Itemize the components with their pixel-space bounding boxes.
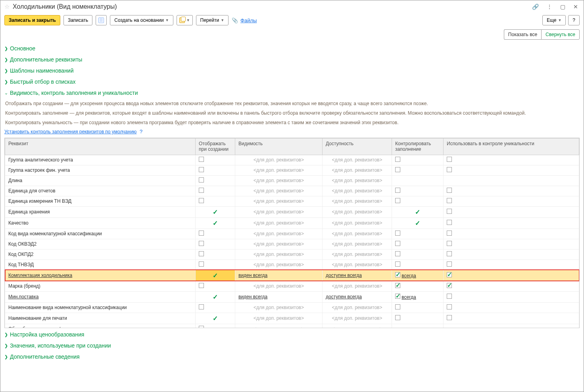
cell-uniqueness[interactable]	[444, 313, 579, 324]
cell-uniqueness[interactable]	[444, 165, 579, 175]
checkbox[interactable]	[447, 283, 452, 288]
section-creation-values[interactable]: ❯Значения, используемые при создании	[4, 341, 580, 350]
cell-visibility[interactable]: <для доп. реквизитов>	[235, 324, 323, 328]
cell-availability[interactable]: <для доп. реквизитов>	[323, 239, 392, 249]
cell-uniqueness[interactable]	[444, 217, 579, 229]
cell-availability[interactable]: доступен всегда	[323, 291, 392, 302]
cell-uniqueness[interactable]	[444, 196, 579, 206]
menu-icon[interactable]: ⋮	[545, 3, 554, 11]
checkbox[interactable]	[395, 283, 400, 288]
cell-visibility[interactable]: виден всегда	[235, 291, 323, 302]
cell-visibility[interactable]: <для доп. реквизитов>	[235, 281, 323, 291]
checkbox[interactable]	[447, 315, 452, 320]
cell-uniqueness[interactable]	[444, 155, 579, 165]
col-uniqueness[interactable]: Использовать в контроле уникальности	[444, 138, 579, 155]
cell-control[interactable]	[392, 155, 444, 165]
checkbox[interactable]	[395, 167, 400, 172]
cell-uniqueness[interactable]	[444, 281, 579, 291]
cell-control[interactable]	[392, 239, 444, 249]
table-row[interactable]: Код ОКПД2<для доп. реквизитов><для доп. …	[5, 249, 579, 259]
cell-control[interactable]	[392, 196, 444, 206]
control-text-link[interactable]: всегда	[402, 294, 416, 300]
cell-availability[interactable]: доступен всегда	[323, 270, 392, 281]
section-pricing[interactable]: ❯Настройка ценообразования	[4, 330, 580, 339]
checkbox[interactable]	[447, 167, 452, 172]
cell-show[interactable]	[196, 259, 235, 270]
section-main[interactable]: ❯Основное	[4, 44, 580, 53]
checkbox[interactable]	[199, 326, 204, 328]
cell-availability[interactable]: <для доп. реквизитов>	[323, 165, 392, 175]
cell-show[interactable]: ✓	[196, 270, 235, 281]
cell-visibility[interactable]: <для доп. реквизитов>	[235, 196, 323, 206]
cell-requisite[interactable]: Наименование вида номенклатурной классиф…	[5, 302, 196, 313]
checkbox[interactable]	[395, 261, 400, 267]
section-additional-info[interactable]: ❯Дополнительные сведения	[4, 352, 580, 361]
save-close-button[interactable]: Записать и закрыть	[4, 15, 60, 25]
availability-link[interactable]: доступен всегда	[326, 273, 362, 278]
cell-show[interactable]	[196, 239, 235, 249]
table-row[interactable]: Мин.поставка✓виден всегдадоступен всегда…	[5, 291, 579, 302]
cell-availability[interactable]: <для доп. реквизитов>	[323, 259, 392, 270]
help-icon[interactable]: ?	[140, 129, 142, 135]
cell-control[interactable]	[392, 259, 444, 270]
checkbox[interactable]	[395, 198, 400, 203]
checkbox[interactable]	[199, 251, 204, 256]
checkbox[interactable]	[199, 283, 204, 288]
help-button[interactable]: ?	[568, 15, 580, 25]
goto-button[interactable]: Перейти▼	[196, 15, 229, 25]
cell-uniqueness[interactable]	[444, 302, 579, 313]
checkbox[interactable]	[395, 157, 400, 162]
copy-button[interactable]: ▼	[177, 15, 193, 25]
col-requisite[interactable]: Реквизит	[5, 138, 196, 155]
table-row[interactable]: Наименование для печати✓<для доп. реквиз…	[5, 313, 579, 324]
checkbox[interactable]	[395, 304, 400, 309]
section-visibility[interactable]: ⌄Видимость, контроль заполнения и уникал…	[4, 88, 580, 98]
more-button[interactable]: Еще▼	[542, 15, 566, 25]
cell-control[interactable]: ✓	[392, 206, 444, 217]
cell-control[interactable]	[392, 281, 444, 291]
cell-requisite[interactable]: Код ТНВЭД	[5, 259, 196, 270]
cell-uniqueness[interactable]	[444, 291, 579, 302]
cell-availability[interactable]: <для доп. реквизитов>	[323, 249, 392, 259]
table-row[interactable]: Код вида номенклатурной классификации<дл…	[5, 229, 579, 239]
checkbox[interactable]	[395, 272, 400, 277]
cell-show[interactable]	[196, 165, 235, 175]
cell-control[interactable]	[392, 186, 444, 196]
cell-visibility[interactable]: <для доп. реквизитов>	[235, 217, 323, 229]
cell-uniqueness[interactable]	[444, 175, 579, 186]
cell-visibility[interactable]: <для доп. реквизитов>	[235, 249, 323, 259]
checkbox[interactable]	[447, 188, 452, 193]
checkbox[interactable]	[395, 251, 400, 256]
checkbox[interactable]	[447, 304, 452, 309]
cell-requisite[interactable]: Единица измерения ТН ВЭД	[5, 196, 196, 206]
requisite-link[interactable]: Комплектация холодильника	[8, 273, 72, 278]
cell-control[interactable]: ✓	[392, 217, 444, 229]
cell-visibility[interactable]: <для доп. реквизитов>	[235, 259, 323, 270]
collapse-all-button[interactable]: Свернуть все	[541, 29, 580, 40]
cell-visibility[interactable]: <для доп. реквизитов>	[235, 175, 323, 186]
checkbox[interactable]	[447, 220, 452, 225]
checkbox[interactable]	[199, 198, 204, 203]
star-icon[interactable]: ☆	[4, 3, 10, 10]
cell-requisite[interactable]: Наименование для печати	[5, 313, 196, 324]
checkbox[interactable]	[447, 157, 452, 162]
cell-uniqueness[interactable]	[444, 229, 579, 239]
cell-visibility[interactable]: <для доп. реквизитов>	[235, 206, 323, 217]
cell-show[interactable]: ✓	[196, 313, 235, 324]
close-icon[interactable]: ✕	[572, 3, 580, 11]
files-link[interactable]: Файлы	[240, 17, 257, 23]
checkbox[interactable]	[199, 188, 204, 193]
link-icon[interactable]: 🔗	[530, 3, 540, 11]
cell-requisite[interactable]: Код вида номенклатурной классификации	[5, 229, 196, 239]
cell-uniqueness[interactable]	[444, 324, 579, 328]
checkbox[interactable]	[447, 272, 452, 277]
section-quickfilter[interactable]: ❯Быстрый отбор в списках	[4, 77, 580, 86]
cell-visibility[interactable]: <для доп. реквизитов>	[235, 229, 323, 239]
table-row[interactable]: Единица измерения ТН ВЭД<для доп. реквиз…	[5, 196, 579, 206]
checkbox[interactable]	[447, 251, 452, 256]
cell-control[interactable]	[392, 175, 444, 186]
table-row[interactable]: Единица хранения✓<для доп. реквизитов><д…	[5, 206, 579, 217]
cell-visibility[interactable]: <для доп. реквизитов>	[235, 186, 323, 196]
checkbox[interactable]	[447, 231, 452, 236]
cell-requisite[interactable]: Качество	[5, 217, 196, 229]
